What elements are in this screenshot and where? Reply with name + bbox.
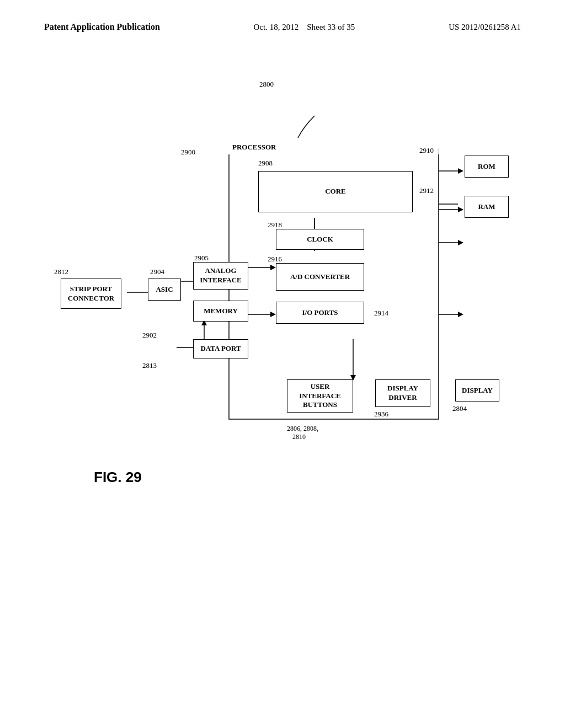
asic-box: ASIC [148, 279, 181, 301]
ref-2810: 2810 [292, 433, 306, 441]
svg-marker-10 [458, 168, 463, 174]
ref-2916: 2916 [268, 255, 282, 264]
ad-converter-box: A/D CONVERTER [276, 263, 364, 291]
ref-2914: 2914 [374, 309, 388, 318]
display-box: DISPLAY [455, 379, 499, 402]
processor-label: PROCESSOR [228, 141, 439, 154]
ref-2800: 2800 [259, 80, 274, 89]
svg-marker-15 [270, 312, 276, 317]
ram-box: RAM [465, 196, 509, 218]
patent-number-label: US 2012/0261258 A1 [449, 23, 521, 32]
memory-box: MEMORY [193, 301, 248, 322]
publication-label: Patent Application Publication [44, 22, 160, 32]
ref-2804: 2804 [452, 404, 467, 413]
diagram-container: 2800 PROCESSOR 2900 2908 CORE 2910 ROM 2… [44, 110, 519, 540]
svg-marker-12 [458, 207, 463, 212]
data-port-box: DATA PORT [193, 339, 248, 358]
svg-marker-8 [458, 240, 463, 245]
ref-2905: 2905 [194, 254, 209, 263]
ref-2904: 2904 [150, 267, 164, 276]
io-ports-box: I/O PORTS [276, 302, 364, 324]
ref-2910: 2910 [419, 146, 434, 155]
core-box: CORE [258, 171, 413, 212]
svg-marker-6 [270, 265, 276, 270]
ref-2812: 2812 [54, 267, 68, 276]
ref-2912: 2912 [419, 186, 434, 195]
clock-box: CLOCK [276, 229, 364, 250]
ref-2936: 2936 [374, 410, 388, 419]
rom-box: ROM [465, 156, 509, 178]
ref-2900: 2900 [181, 148, 195, 157]
fig-caption: FIG. 29 [94, 469, 142, 486]
user-interface-box: USER INTERFACE BUTTONS [287, 379, 353, 413]
ref-2902: 2902 [142, 331, 157, 340]
date-sheet-label: Oct. 18, 2012 Sheet 33 of 35 [254, 23, 355, 32]
strip-port-connector-box: STRIP PORT CONNECTOR [61, 279, 121, 309]
page-header: Patent Application Publication Oct. 18, … [0, 22, 565, 32]
ref-2918: 2918 [268, 221, 282, 229]
ref-2806-2808: 2806, 2808, [287, 425, 318, 433]
ref-2813: 2813 [142, 361, 157, 370]
ref-2908: 2908 [258, 159, 273, 168]
analog-interface-box: ANALOG INTERFACE [193, 262, 248, 290]
svg-marker-17 [458, 312, 463, 317]
display-driver-box: DISPLAY DRIVER [375, 379, 430, 407]
